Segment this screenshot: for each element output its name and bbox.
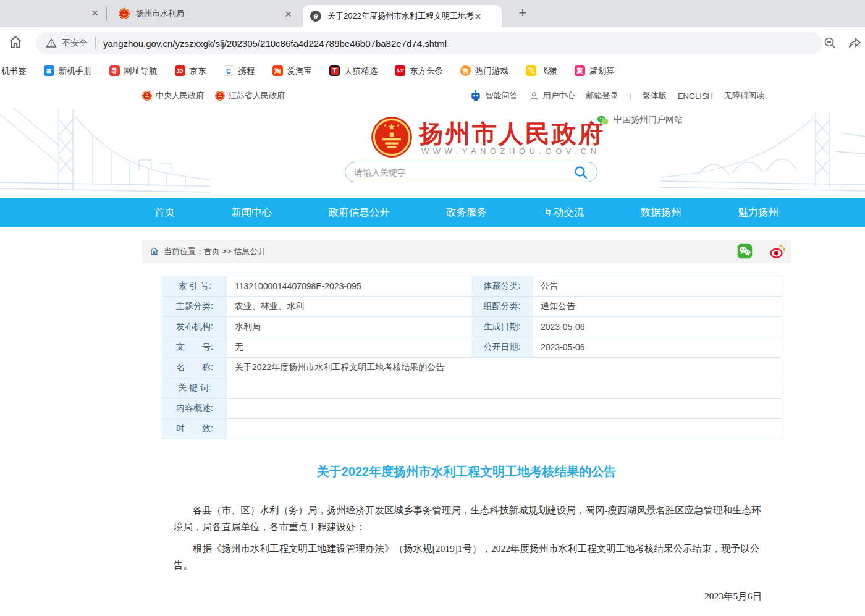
breadcrumb: 当前位置：首页 >> 信息公开 bbox=[142, 240, 791, 263]
nav-home[interactable]: 首页 bbox=[154, 206, 175, 219]
link-traditional-chinese[interactable]: 繁体版 bbox=[643, 90, 667, 101]
wechat-share-icon[interactable] bbox=[737, 243, 753, 259]
table-row: 关 键 词: bbox=[162, 378, 782, 399]
games-icon: 热 bbox=[460, 65, 471, 76]
table-row: 主题分类: 农业、林业、水利 组配分类: 通知公告 bbox=[162, 297, 782, 317]
nav-interaction[interactable]: 互动交流 bbox=[543, 206, 584, 219]
ctrip-icon: C bbox=[224, 65, 234, 76]
portal-badge[interactable]: 中国扬州门户网站 bbox=[597, 114, 683, 125]
bookmark-ctrip[interactable]: C 携程 bbox=[224, 65, 255, 77]
main-navigation: 首页 新闻中心 政府信息公开 政务服务 互动交流 数据扬州 魅力扬州 bbox=[0, 198, 865, 227]
bookmark-hot-games[interactable]: 热 热门游戏 bbox=[460, 65, 508, 77]
link-smart-qa[interactable]: 智能问答 bbox=[470, 90, 518, 102]
nav-gov-services[interactable]: 政务服务 bbox=[446, 206, 487, 219]
link-mail-login[interactable]: 邮箱登录 bbox=[586, 90, 618, 101]
national-emblem-icon: ★ bbox=[215, 91, 225, 101]
site-search-box bbox=[345, 162, 597, 182]
site-title: 扬州市人民政府 bbox=[419, 117, 605, 151]
document-meta-table: 索 引 号: 11321000014407098E-2023-095 体裁分类:… bbox=[162, 276, 782, 439]
table-row: 名 称: 关于2022年度扬州市水利工程文明工地考核结果的公告 bbox=[162, 358, 782, 378]
article-paragraph: 根据《扬州市水利工程文明工地建设管理办法》（扬水规[2019]1号），2022年… bbox=[174, 540, 762, 573]
wechat-icon bbox=[597, 115, 609, 125]
article-body: 各县（市、区）水利（务）局，扬州经济开发区城乡事务管理局，生态科技新城规划建设局… bbox=[174, 502, 762, 574]
table-row: 文 号: 无 公开日期: 2023-05-06 bbox=[162, 337, 782, 358]
not-secure-warning-icon bbox=[46, 38, 57, 49]
bookmark-url-navigation[interactable]: 导 网址导航 bbox=[109, 65, 158, 77]
site-favicon-icon: e bbox=[310, 11, 321, 22]
table-row: 发布机构: 水利局 生成日期: 2023-05-06 bbox=[162, 317, 782, 337]
site-banner: ★ ★ ★ 扬州市人民政府 WWW.YANGZHOU.GOV.CN 中国扬州门户… bbox=[0, 108, 865, 198]
svg-text:★: ★ bbox=[397, 123, 400, 127]
search-input[interactable] bbox=[354, 167, 573, 177]
article-paragraph: 各县（市、区）水利（务）局，扬州经济开发区城乡事务管理局，生态科技新城规划建设局… bbox=[174, 502, 762, 535]
svg-text:★: ★ bbox=[384, 123, 387, 127]
banner-bridge-art-right bbox=[661, 108, 865, 198]
tab-title: 关于2022年度扬州市水利工程文明工地考 bbox=[327, 11, 475, 22]
url-omnibox[interactable]: 不安全 yangzhou.gov.cn/yzszxxgk/slj/202305/… bbox=[36, 32, 822, 54]
search-icon[interactable] bbox=[573, 165, 588, 180]
close-tab-icon[interactable]: × bbox=[285, 8, 292, 20]
close-tab-icon[interactable]: × bbox=[475, 11, 481, 22]
browser-address-bar: 不安全 yangzhou.gov.cn/yzszxxgk/slj/202305/… bbox=[0, 27, 865, 59]
nav-info-disclosure[interactable]: 政府信息公开 bbox=[329, 206, 390, 219]
home-icon[interactable] bbox=[7, 34, 23, 50]
nav-news-center[interactable]: 新闻中心 bbox=[231, 206, 272, 219]
bookmark-juhuasuan[interactable]: 聚 聚划算 bbox=[575, 65, 615, 77]
tab-separator bbox=[106, 6, 107, 21]
bookmark-eastday[interactable]: 东方 东方头条 bbox=[395, 65, 443, 77]
link-english[interactable]: ENGLISH bbox=[678, 91, 713, 101]
tab-title: 扬州市水利局 bbox=[136, 8, 285, 19]
juhuasuan-icon: 聚 bbox=[575, 65, 585, 76]
bookmark-mobile-bookmarks[interactable]: 机书签 bbox=[1, 65, 27, 77]
utility-divider: | bbox=[630, 91, 631, 101]
bookmark-jd[interactable]: JD 京东 bbox=[175, 65, 206, 77]
link-central-government[interactable]: ★ 中央人民政府 bbox=[142, 90, 204, 101]
close-tab-icon[interactable]: × bbox=[91, 7, 98, 19]
new-tab-button[interactable]: + bbox=[514, 5, 531, 22]
svg-text:★: ★ bbox=[146, 92, 149, 96]
user-icon bbox=[529, 91, 539, 101]
link-jiangsu-government[interactable]: ★ 江苏省人民政府 bbox=[215, 90, 285, 101]
omnibox-divider bbox=[95, 37, 96, 49]
bookmark-fliggy[interactable]: 飞 飞猪 bbox=[526, 65, 557, 77]
share-icon[interactable] bbox=[848, 36, 863, 51]
tab-active-announcement[interactable]: e 关于2022年度扬州市水利工程文明工地考 × bbox=[303, 5, 502, 27]
national-emblem-icon: ★ bbox=[119, 8, 130, 19]
site-domain: WWW.YANGZHOU.GOV.CN bbox=[421, 146, 601, 156]
taobao-icon: 淘 bbox=[272, 65, 283, 76]
nav-data-yangzhou[interactable]: 数据扬州 bbox=[641, 206, 681, 219]
link-accessibility[interactable]: 无障碍阅读 bbox=[724, 90, 764, 101]
national-emblem-logo: ★ ★ ★ bbox=[371, 116, 413, 158]
svg-text:★: ★ bbox=[123, 9, 126, 13]
table-row: 时 效: bbox=[162, 419, 782, 439]
fliggy-icon: 飞 bbox=[526, 65, 536, 76]
browser-tab-bar: × ★ 扬州市水利局 × e 关于2022年度扬州市水利工程文明工地考 × + bbox=[0, 0, 865, 27]
svg-text:★: ★ bbox=[388, 122, 395, 132]
not-secure-label[interactable]: 不安全 bbox=[62, 38, 88, 49]
weibo-share-icon[interactable] bbox=[770, 243, 786, 259]
tab-yangzhou-water-bureau[interactable]: ★ 扬州市水利局 × bbox=[110, 0, 300, 27]
nav-charm-yangzhou[interactable]: 魅力扬州 bbox=[738, 206, 778, 219]
bookmarks-bar: 机书签 ≣ 新机手册 导 网址导航 JD 京东 C 携程 淘 爱淘宝 T 天猫精… bbox=[0, 59, 865, 83]
link-user-center[interactable]: 用户中心 bbox=[529, 90, 575, 101]
robot-icon bbox=[470, 90, 482, 102]
manual-icon: ≣ bbox=[44, 65, 54, 76]
table-row: 索 引 号: 11321000014407098E-2023-095 体裁分类:… bbox=[162, 276, 782, 297]
zoom-out-icon[interactable] bbox=[823, 36, 838, 51]
table-row: 内容概述: bbox=[162, 399, 782, 419]
nav-site-icon: 导 bbox=[109, 65, 120, 76]
home-icon[interactable] bbox=[150, 247, 159, 256]
article-date: 2023年5月6日 bbox=[142, 590, 762, 603]
banner-bridge-art-left bbox=[0, 108, 210, 198]
svg-text:★: ★ bbox=[219, 92, 222, 96]
eastday-icon: 东方 bbox=[395, 65, 405, 76]
jd-icon: JD bbox=[175, 65, 185, 76]
breadcrumb-text[interactable]: 当前位置：首页 >> 信息公开 bbox=[164, 246, 266, 257]
bookmark-aitaobao[interactable]: 淘 爱淘宝 bbox=[272, 65, 313, 77]
tmall-icon: T bbox=[329, 65, 340, 76]
national-emblem-icon: ★ bbox=[142, 91, 152, 101]
page-url[interactable]: yangzhou.gov.cn/yzszxxgk/slj/202305/210c… bbox=[103, 38, 447, 49]
bookmark-tmall[interactable]: T 天猫精选 bbox=[329, 65, 378, 77]
article-title: 关于2022年度扬州市水利工程文明工地考核结果的公告 bbox=[142, 463, 791, 480]
bookmark-new-device-manual[interactable]: ≣ 新机手册 bbox=[44, 65, 92, 77]
